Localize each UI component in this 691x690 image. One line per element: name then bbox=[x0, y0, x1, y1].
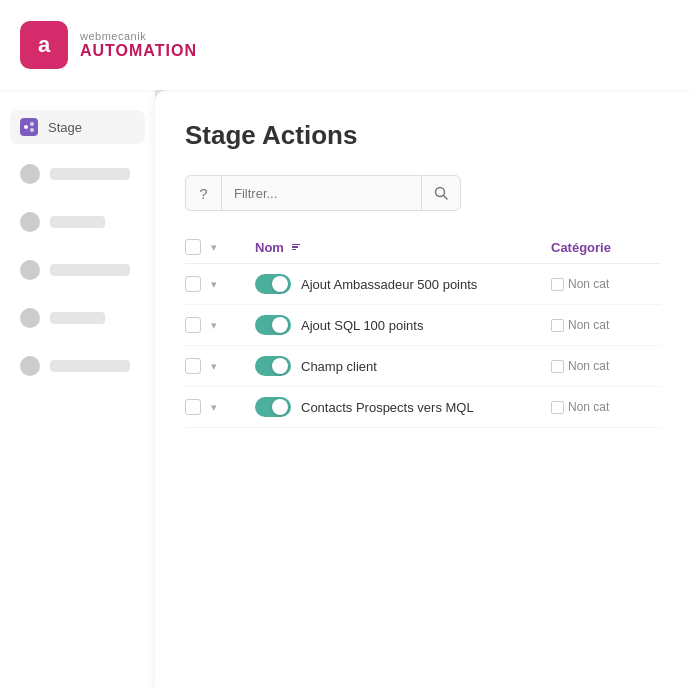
svg-line-4 bbox=[444, 196, 448, 200]
sidebar-item-3[interactable] bbox=[10, 204, 145, 240]
filter-input[interactable] bbox=[221, 175, 421, 211]
col-categorie-label: Catégorie bbox=[551, 240, 611, 255]
row-name-text-2: Champ client bbox=[301, 359, 377, 374]
row-name-0: Ajout Ambassadeur 500 points bbox=[255, 274, 541, 294]
sidebar-item-4[interactable] bbox=[10, 252, 145, 288]
filter-bar: ? bbox=[185, 175, 661, 211]
brand-name: webmecanik bbox=[80, 30, 197, 42]
row-category-3: Non cat bbox=[551, 400, 661, 414]
sidebar-icon-4 bbox=[20, 260, 40, 280]
table-header: ▾ Nom Catégorie bbox=[185, 231, 661, 264]
logo-letter: a bbox=[38, 32, 50, 58]
sidebar-placeholder-3 bbox=[50, 216, 105, 228]
row-checkbox-0[interactable] bbox=[185, 276, 201, 292]
row-category-1: Non cat bbox=[551, 318, 661, 332]
row-name-3: Contacts Prospects vers MQL bbox=[255, 397, 541, 417]
row-check-area-1: ▾ bbox=[185, 317, 245, 333]
header-chevron[interactable]: ▾ bbox=[207, 240, 221, 254]
table-row: ▾ Contacts Prospects vers MQL Non cat bbox=[185, 387, 661, 428]
table-row: ▾ Ajout Ambassadeur 500 points Non cat bbox=[185, 264, 661, 305]
sidebar-icon-5 bbox=[20, 308, 40, 328]
row-name-text-3: Contacts Prospects vers MQL bbox=[301, 400, 474, 415]
sidebar-item-2[interactable] bbox=[10, 156, 145, 192]
row-chevron-0[interactable]: ▾ bbox=[207, 277, 221, 291]
row-check-area-3: ▾ bbox=[185, 399, 245, 415]
main-content: Stage Actions ? ▾ Nom bbox=[155, 90, 691, 690]
layout: Stage Stage Actions ? bbox=[0, 90, 691, 690]
svg-point-0 bbox=[24, 125, 28, 129]
col-nom-label: Nom bbox=[255, 240, 284, 255]
cat-check-1[interactable] bbox=[551, 319, 564, 332]
row-toggle-1[interactable] bbox=[255, 315, 291, 335]
sidebar-item-stage[interactable]: Stage bbox=[10, 110, 145, 144]
svg-point-2 bbox=[30, 128, 34, 132]
filter-search-button[interactable] bbox=[421, 175, 461, 211]
row-chevron-3[interactable]: ▾ bbox=[207, 400, 221, 414]
sidebar-stage-label: Stage bbox=[48, 120, 82, 135]
svg-point-1 bbox=[30, 122, 34, 126]
sidebar-placeholder-5 bbox=[50, 312, 105, 324]
row-check-area-2: ▾ bbox=[185, 358, 245, 374]
sidebar-icon-3 bbox=[20, 212, 40, 232]
row-check-area-0: ▾ bbox=[185, 276, 245, 292]
row-toggle-0[interactable] bbox=[255, 274, 291, 294]
sort-icon bbox=[292, 244, 300, 251]
sidebar-icon-2 bbox=[20, 164, 40, 184]
th-categorie: Catégorie bbox=[551, 240, 661, 255]
sidebar-placeholder-4 bbox=[50, 264, 130, 276]
search-icon bbox=[434, 186, 448, 200]
row-checkbox-1[interactable] bbox=[185, 317, 201, 333]
th-nom[interactable]: Nom bbox=[255, 240, 541, 255]
sidebar-icon-6 bbox=[20, 356, 40, 376]
table-body: ▾ Ajout Ambassadeur 500 points Non cat ▾… bbox=[185, 264, 661, 428]
cat-text-1: Non cat bbox=[568, 318, 609, 332]
cat-check-2[interactable] bbox=[551, 360, 564, 373]
sidebar-placeholder-2 bbox=[50, 168, 130, 180]
row-chevron-2[interactable]: ▾ bbox=[207, 359, 221, 373]
logo-box: a bbox=[20, 21, 68, 69]
row-toggle-3[interactable] bbox=[255, 397, 291, 417]
cat-text-2: Non cat bbox=[568, 359, 609, 373]
table-row: ▾ Champ client Non cat bbox=[185, 346, 661, 387]
sidebar-item-5[interactable] bbox=[10, 300, 145, 336]
brand-automation: AUTOMATION bbox=[80, 42, 197, 60]
table-row: ▾ Ajout SQL 100 points Non cat bbox=[185, 305, 661, 346]
th-check-area: ▾ bbox=[185, 239, 245, 255]
cat-text-0: Non cat bbox=[568, 277, 609, 291]
row-checkbox-3[interactable] bbox=[185, 399, 201, 415]
sidebar-placeholder-6 bbox=[50, 360, 130, 372]
cat-text-3: Non cat bbox=[568, 400, 609, 414]
sidebar-item-6[interactable] bbox=[10, 348, 145, 384]
row-name-text-0: Ajout Ambassadeur 500 points bbox=[301, 277, 477, 292]
row-toggle-2[interactable] bbox=[255, 356, 291, 376]
cat-check-3[interactable] bbox=[551, 401, 564, 414]
header-checkbox[interactable] bbox=[185, 239, 201, 255]
row-category-2: Non cat bbox=[551, 359, 661, 373]
filter-help-button[interactable]: ? bbox=[185, 175, 221, 211]
brand-text: webmecanik AUTOMATION bbox=[80, 30, 197, 60]
row-name-text-1: Ajout SQL 100 points bbox=[301, 318, 423, 333]
app-bar: a webmecanik AUTOMATION bbox=[0, 0, 691, 90]
row-name-2: Champ client bbox=[255, 356, 541, 376]
row-chevron-1[interactable]: ▾ bbox=[207, 318, 221, 332]
page-title: Stage Actions bbox=[185, 120, 661, 151]
row-category-0: Non cat bbox=[551, 277, 661, 291]
stage-icon bbox=[20, 118, 38, 136]
sidebar: Stage bbox=[0, 90, 155, 690]
row-checkbox-2[interactable] bbox=[185, 358, 201, 374]
cat-check-0[interactable] bbox=[551, 278, 564, 291]
row-name-1: Ajout SQL 100 points bbox=[255, 315, 541, 335]
